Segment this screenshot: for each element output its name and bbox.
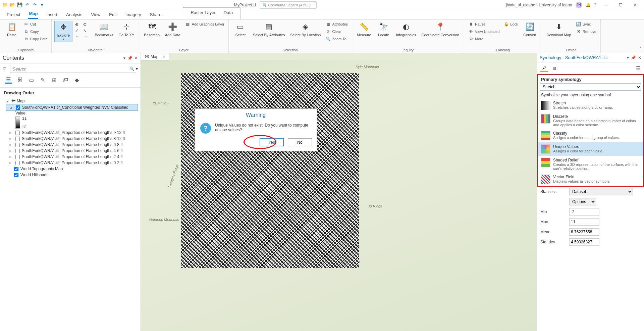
map-view[interactable]: 🗺 Map ✕ Fish Lake Natapoc Mountain Natap… — [141, 53, 537, 331]
tab-edit[interactable]: Edit — [108, 11, 117, 19]
min-input[interactable] — [569, 208, 599, 216]
layer-item[interactable]: ▷SouthForkQWRA1.tif_Proportion of Flame … — [6, 142, 138, 148]
layer-item[interactable]: ▷SouthForkQWRA1.tif_Proportion of Flame … — [6, 148, 138, 154]
nav-icon4[interactable]: ⤡ — [83, 28, 90, 33]
measure-button[interactable]: 📏Measure — [355, 21, 373, 38]
attributes-button[interactable]: ▦Attributes — [324, 21, 349, 28]
expand-icon[interactable]: ▷ — [9, 143, 13, 146]
pin-icon[interactable]: 📌 — [127, 56, 132, 60]
sym-option-unique[interactable]: Unique ValuesAssigns a color for each va… — [538, 142, 643, 156]
std-input[interactable] — [569, 238, 599, 246]
layer-checkbox[interactable] — [15, 149, 20, 153]
sym-option-classify[interactable]: ClassifyAssigns a color for each group o… — [538, 129, 643, 142]
basemap-item[interactable]: World Topographic Map — [10, 166, 138, 172]
no-button[interactable]: No — [288, 138, 312, 146]
infographics-button[interactable]: ◐Infographics — [394, 21, 418, 38]
command-search[interactable]: 🔍 Command Search (Alt+Q) — [260, 1, 317, 9]
layer-item[interactable]: ▷SouthForkQWRA1.tif_Proportion of Flame … — [6, 154, 138, 160]
maximize-icon[interactable]: ☐ — [614, 0, 628, 10]
locate-button[interactable]: 🔭Locate — [375, 21, 393, 38]
sym-option-discrete[interactable]: DiscreteGroups data based on a selected … — [538, 112, 643, 129]
download-map-button[interactable]: ⬇Download Map — [545, 21, 573, 38]
coord-conv-button[interactable]: 📍Coordinate Conversion — [420, 21, 462, 38]
tab-analysis[interactable]: Analysis — [65, 11, 83, 19]
save-icon[interactable]: 💾 — [17, 2, 23, 8]
options-select[interactable]: Options — [569, 198, 596, 205]
hamburger-icon[interactable]: ☰ — [636, 65, 641, 72]
list-by-perf-icon[interactable]: ◆ — [73, 76, 80, 84]
remove-button[interactable]: ✖Remove — [575, 28, 598, 35]
pin-icon[interactable]: 📌 — [631, 55, 636, 60]
convert-labels-button[interactable]: 🔄Convert — [521, 21, 539, 38]
nav-icon3[interactable]: ⤢ — [75, 28, 82, 33]
expand-icon[interactable]: ▷ — [9, 137, 13, 140]
tab-view[interactable]: View — [90, 11, 101, 19]
mask-tab-icon[interactable]: ▤ — [550, 64, 558, 72]
user-avatar[interactable]: JH — [576, 2, 582, 8]
bookmarks-button[interactable]: 📖 Bookmarks — [93, 21, 115, 38]
zoom-to-button[interactable]: 🔍Zoom To — [324, 36, 349, 42]
tab-share[interactable]: Share — [149, 11, 162, 19]
close-icon[interactable]: ✕ — [629, 0, 642, 10]
more-labels-button[interactable]: ⚙More — [467, 36, 501, 42]
layer-checkbox[interactable] — [15, 131, 20, 135]
explore-button[interactable]: ✥ Explore ▾ — [54, 21, 72, 42]
tab-raster-layer[interactable]: Raster Layer — [190, 9, 216, 17]
notifications-icon[interactable]: 🔔 — [586, 3, 591, 7]
basemap-button[interactable]: 🗺 Basemap — [142, 21, 161, 38]
map-tab[interactable]: 🗺 Map ✕ — [141, 53, 169, 60]
close-tab-icon[interactable]: ✕ — [162, 54, 166, 59]
lock-labels-button[interactable]: 🔒Lock — [502, 21, 519, 28]
qat-dropdown-icon[interactable]: ▾ — [39, 2, 45, 8]
sym-option-stretch[interactable]: StretchStretches values along a color ra… — [538, 99, 643, 112]
nav-icon1[interactable]: ⊕ — [75, 22, 82, 27]
symbology-type-select[interactable]: Stretch — [540, 83, 641, 91]
primary-sym-tab-icon[interactable]: 🖌 — [540, 64, 548, 72]
expand-icon[interactable]: ▷ — [9, 161, 13, 164]
nav-icon2[interactable]: ⊙ — [83, 22, 90, 27]
close-pane-icon[interactable]: ✕ — [135, 56, 138, 60]
layer-checkbox[interactable] — [15, 161, 20, 165]
paste-button[interactable]: 📋 Paste — [3, 21, 21, 38]
layer-checkbox[interactable] — [15, 155, 20, 159]
yes-button[interactable]: Yes — [260, 138, 284, 146]
search-icon-toc[interactable]: 🔍 — [129, 66, 135, 71]
dropdown-icon[interactable]: ▾ — [627, 55, 629, 60]
layer-selected[interactable]: ◢ SouthForkQWRA1.tif_Conditional Weighte… — [6, 104, 138, 111]
contents-search-input[interactable] — [10, 65, 136, 73]
minimize-icon[interactable]: — — [599, 0, 613, 10]
layer-item[interactable]: ▷SouthForkQWRA1.tif_Proportion of Flame … — [6, 136, 138, 142]
expand-icon[interactable]: ▷ — [9, 131, 13, 134]
layer-checkbox[interactable] — [16, 105, 20, 110]
layer-checkbox[interactable] — [15, 143, 20, 147]
layer-checkbox[interactable] — [14, 167, 18, 171]
tab-project[interactable]: Project — [6, 11, 21, 19]
filter-icon[interactable]: ▽ — [3, 66, 9, 71]
map-node[interactable]: ◢ 🗺 Map — [3, 98, 138, 104]
statistics-select[interactable]: Dataset — [569, 188, 633, 195]
sync-button[interactable]: 🔄Sync — [575, 21, 598, 28]
layer-checkbox[interactable] — [14, 173, 18, 177]
open-project-icon[interactable]: 📂 — [9, 2, 15, 8]
list-by-snapping-icon[interactable]: ⊞ — [50, 76, 58, 84]
view-unplaced-button[interactable]: 👁View Unplaced — [467, 28, 501, 35]
help-icon[interactable]: ? — [594, 3, 596, 7]
add-graphics-button[interactable]: ▦Add Graphics Layer — [184, 21, 226, 28]
goto-xy-button[interactable]: ⊹ Go To XY — [116, 21, 136, 38]
layer-item[interactable]: ▷SouthForkQWRA1.tif_Proportion of Flame … — [6, 160, 138, 166]
copy-button[interactable]: ⧉Copy — [22, 28, 49, 35]
tab-imagery[interactable]: Imagery — [125, 11, 142, 19]
undo-icon[interactable]: ↶ — [24, 2, 30, 8]
list-by-selection-icon[interactable]: ▭ — [28, 76, 35, 84]
pause-labels-button[interactable]: ⏸Pause — [467, 21, 501, 28]
collapse-ribbon-icon[interactable]: ˄ — [639, 47, 641, 51]
layer-item[interactable]: ▷SouthForkQWRA1.tif_Proportion of Flame … — [6, 130, 138, 136]
basemap-item[interactable]: World Hillshade — [10, 172, 138, 178]
expand-icon[interactable]: ◢ — [10, 106, 14, 109]
max-input[interactable] — [569, 218, 599, 226]
list-by-editing-icon[interactable]: ✎ — [39, 76, 46, 84]
dropdown-icon[interactable]: ▾ — [123, 56, 125, 60]
list-by-source-icon[interactable]: 🗄 — [16, 76, 23, 84]
select-by-attr-button[interactable]: ▤Select By Attributes — [251, 21, 287, 38]
sym-option-shaded[interactable]: Shaded ReliefCreates a 3D representation… — [538, 156, 643, 173]
